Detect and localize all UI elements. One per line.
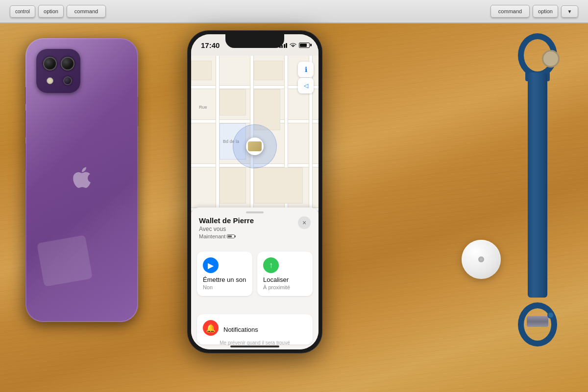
arrow-key: ▼ xyxy=(561,5,578,18)
apple-logo xyxy=(70,167,94,194)
iphone-screen: Rue Bd de la ℹ ◁ 17:40 xyxy=(191,34,318,349)
localiser-label: Localiser xyxy=(263,276,307,283)
volume-up-button xyxy=(25,111,26,138)
map-block xyxy=(254,61,283,80)
signal-bar-3 xyxy=(284,44,285,48)
status-bar: 17:40 xyxy=(191,34,318,56)
localiser-sublabel: À proximité xyxy=(263,284,307,290)
action-buttons: ▶ Émettre un son Non ↑ Localiser À proxi… xyxy=(197,252,313,296)
sheet-status-text: Maintenant xyxy=(199,233,225,239)
keyboard-right: command option ▼ xyxy=(490,5,578,18)
emit-sound-icon: ▶ xyxy=(203,257,219,273)
keyboard-left: control option command xyxy=(10,5,106,18)
map-block xyxy=(254,167,303,204)
emit-sound-button[interactable]: ▶ Émettre un son Non xyxy=(197,252,252,296)
option-key-left: option xyxy=(38,5,64,18)
battery-icon xyxy=(299,43,310,48)
bottom-sheet: Wallet de Pierre Avec vous Maintenant × … xyxy=(191,208,318,349)
status-time: 17:40 xyxy=(201,41,220,49)
light-reflection xyxy=(37,235,93,287)
control-key: control xyxy=(10,5,35,18)
map-controls: ℹ ◁ xyxy=(298,62,314,93)
sheet-battery-fill xyxy=(228,235,231,237)
map-location-button[interactable]: ◁ xyxy=(298,78,314,93)
command-key-left: command xyxy=(67,5,106,18)
location-marker xyxy=(233,124,277,168)
ultra-wide-lens xyxy=(61,57,74,70)
map-block xyxy=(191,61,212,80)
sheet-handle xyxy=(246,211,264,213)
sheet-status: Maintenant xyxy=(199,233,254,239)
strap-top-ring xyxy=(518,33,557,77)
microphone xyxy=(63,76,72,85)
emit-sound-sublabel: Non xyxy=(203,284,246,290)
emit-sound-label: Émettre un son xyxy=(203,276,246,283)
strap-ring-metal xyxy=(542,50,560,68)
option-key-right: option xyxy=(533,5,558,18)
strap-body xyxy=(528,72,547,298)
notifications-icon: 🔔 xyxy=(203,320,219,336)
battery-fill xyxy=(300,44,307,47)
sheet-subtitle: Avec vous xyxy=(199,226,254,232)
iphone-main: Rue Bd de la ℹ ◁ 17:40 xyxy=(187,30,322,353)
strap-bottom-ring xyxy=(518,302,557,346)
home-indicator xyxy=(230,346,279,347)
localiser-icon: ↑ xyxy=(263,257,279,273)
localiser-button[interactable]: ↑ Localiser À proximité xyxy=(257,252,313,296)
strap-ring-detail xyxy=(547,312,554,319)
power-button xyxy=(138,97,138,126)
command-key-right: command xyxy=(490,5,530,18)
camera-module xyxy=(36,49,80,93)
sheet-header: Wallet de Pierre Avec vous Maintenant × xyxy=(199,216,311,239)
flash xyxy=(47,77,53,84)
location-pin xyxy=(246,138,264,155)
sheet-title: Wallet de Pierre xyxy=(199,216,254,225)
airtag-puck xyxy=(462,240,501,279)
volume-down-button xyxy=(25,143,26,170)
iphone-purple xyxy=(25,38,138,322)
wifi-icon xyxy=(290,43,296,48)
airtag-center-dot xyxy=(478,256,484,262)
signal-bar-4 xyxy=(286,43,287,48)
keyboard: control option command command option ▼ xyxy=(0,0,588,23)
status-icons xyxy=(279,42,310,48)
notch xyxy=(225,34,284,48)
main-lens xyxy=(43,57,57,70)
mute-button xyxy=(25,87,26,104)
map-street-label: Rue xyxy=(199,105,207,110)
map-block xyxy=(220,89,246,115)
airtag-holder xyxy=(511,33,564,356)
map-info-button[interactable]: ℹ xyxy=(298,62,314,77)
sheet-info: Wallet de Pierre Avec vous Maintenant xyxy=(199,216,254,239)
sheet-battery xyxy=(227,234,235,238)
sheet-bottom-text: Me prévenir quand il sera trouvé xyxy=(191,340,318,346)
wallet-icon xyxy=(248,141,262,151)
notifications-label: Notifications xyxy=(223,326,258,333)
map-block xyxy=(220,167,246,204)
sheet-close-button[interactable]: × xyxy=(298,216,311,229)
